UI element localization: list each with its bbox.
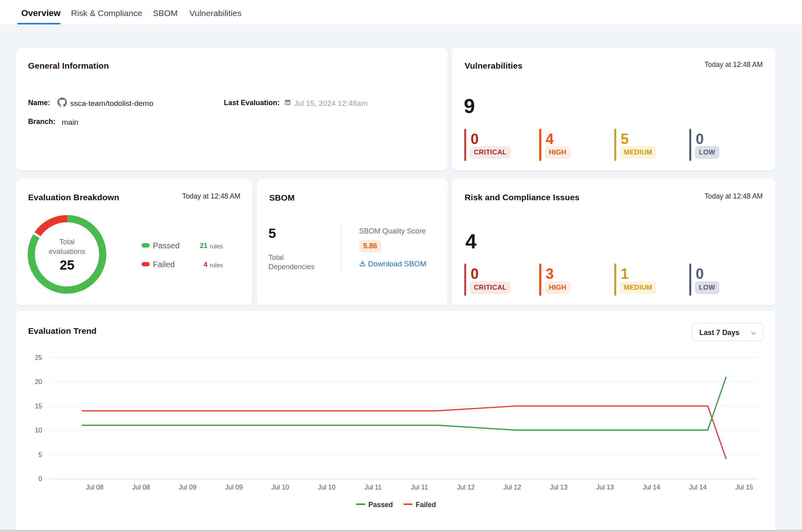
svg-text:Failed: Failed [416,501,436,509]
svg-text:Jul 12: Jul 12 [504,483,521,491]
svg-text:Jul 14: Jul 14 [689,483,707,491]
svg-text:Passed: Passed [368,501,393,509]
svg-text:Jul 08: Jul 08 [86,483,104,491]
svg-text:Jul 13: Jul 13 [596,483,614,491]
svg-text:Jul 09: Jul 09 [179,483,196,491]
svg-text:0: 0 [39,475,42,482]
svg-text:Jul 15: Jul 15 [735,483,753,491]
svg-text:Jul 14: Jul 14 [643,483,660,491]
svg-text:20: 20 [35,378,42,385]
svg-text:5: 5 [39,451,42,458]
svg-text:Jul 13: Jul 13 [550,483,567,491]
svg-text:10: 10 [35,426,42,434]
svg-text:25: 25 [35,354,42,361]
svg-text:Jul 12: Jul 12 [457,483,475,491]
svg-text:Jul 08: Jul 08 [132,483,150,491]
svg-text:Jul 11: Jul 11 [411,483,428,491]
svg-text:Jul 11: Jul 11 [364,483,382,491]
svg-text:15: 15 [35,402,42,410]
svg-text:Jul 10: Jul 10 [272,483,289,491]
svg-text:Jul 09: Jul 09 [225,483,243,491]
svg-text:Jul 10: Jul 10 [318,483,335,491]
